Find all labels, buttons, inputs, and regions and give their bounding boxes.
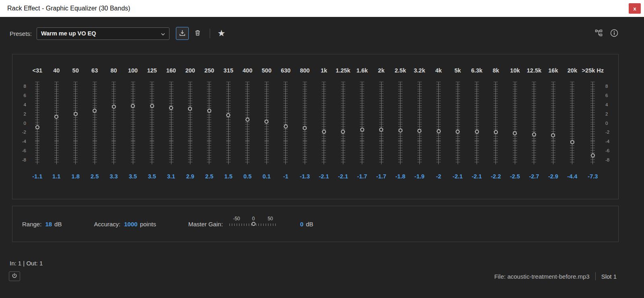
band-gain-value[interactable]: -2.7 [529, 173, 539, 180]
band-gain-value[interactable]: 2.9 [186, 173, 194, 180]
band-slider-track[interactable] [283, 82, 288, 164]
band-gain-value[interactable]: -2.5 [510, 173, 520, 180]
band-slider-track[interactable] [551, 82, 556, 164]
band-gain-value[interactable]: -1.3 [300, 173, 310, 180]
band-slider-track[interactable] [455, 82, 460, 164]
band-gain-value[interactable]: -2 [436, 173, 441, 180]
band-slider-knob[interactable] [398, 128, 402, 132]
band-gain-value[interactable]: -2.1 [472, 173, 482, 180]
info-button[interactable] [608, 27, 621, 40]
band-gain-value[interactable]: 1.5 [224, 173, 232, 180]
band-gain-value[interactable]: -1.9 [415, 173, 425, 180]
band-slider-knob[interactable] [169, 106, 173, 110]
band-gain-value[interactable]: 2.5 [205, 173, 213, 180]
band-slider-knob[interactable] [437, 129, 441, 133]
band-slider-track[interactable] [512, 82, 518, 164]
band-gain-value[interactable]: -1.8 [395, 173, 405, 180]
band-slider-track[interactable] [54, 82, 59, 164]
band-gain-value[interactable]: -1.7 [357, 173, 367, 180]
band-slider-track[interactable] [493, 82, 498, 164]
band-slider-knob[interactable] [341, 130, 345, 134]
band-slider-knob[interactable] [74, 112, 78, 116]
presets-dropdown[interactable]: Warm me up VO EQ [37, 27, 169, 40]
band-slider-knob[interactable] [188, 107, 192, 111]
band-slider-track[interactable] [398, 82, 403, 164]
band-slider-track[interactable] [379, 82, 384, 164]
band-slider-track[interactable] [570, 82, 575, 164]
band-gain-value[interactable]: 3.1 [167, 173, 175, 180]
band-slider-knob[interactable] [456, 130, 460, 134]
band-gain-value[interactable]: -7.3 [588, 173, 598, 180]
band-slider-knob[interactable] [35, 125, 39, 129]
delete-preset-button[interactable] [191, 27, 204, 40]
band-slider-track[interactable] [359, 82, 365, 164]
band-gain-value[interactable]: 1.1 [52, 173, 60, 180]
band-slider-knob[interactable] [417, 129, 421, 133]
band-slider-knob[interactable] [322, 130, 326, 134]
band-gain-value[interactable]: -2.1 [338, 173, 348, 180]
band-gain-value[interactable]: 3.5 [148, 173, 156, 180]
master-gain-knob[interactable] [252, 222, 256, 226]
band-gain-value[interactable]: -2.1 [319, 173, 329, 180]
save-preset-button[interactable] [176, 27, 189, 40]
band-slider-track[interactable] [130, 82, 136, 164]
band-gain-value[interactable]: 0.1 [262, 173, 270, 180]
band-gain-value[interactable]: 2.5 [91, 173, 99, 180]
favorite-button[interactable]: ★ [215, 27, 228, 40]
band-gain-value[interactable]: 3.5 [129, 173, 137, 180]
band-slider-track[interactable] [226, 82, 231, 164]
band-gain-value[interactable]: 0.5 [244, 173, 252, 180]
range-value[interactable]: 18 [45, 221, 52, 228]
band-slider-track[interactable] [169, 82, 174, 164]
band-slider-track[interactable] [264, 82, 269, 164]
band-slider-track[interactable] [531, 82, 537, 164]
band-gain-value[interactable]: -1.7 [376, 173, 386, 180]
band-slider-knob[interactable] [93, 109, 97, 113]
band-slider-knob[interactable] [226, 113, 230, 117]
band-slider-knob[interactable] [494, 130, 498, 134]
band-gain-value[interactable]: -4.4 [567, 173, 577, 180]
band-slider-knob[interactable] [360, 128, 364, 132]
band-slider-knob[interactable] [54, 115, 58, 119]
band-slider-knob[interactable] [475, 130, 479, 134]
band-slider-knob[interactable] [513, 131, 517, 135]
band-slider-track[interactable] [245, 82, 250, 164]
accuracy-value[interactable]: 1000 [124, 221, 137, 228]
band-gain-value[interactable]: -2.9 [548, 173, 558, 180]
band-slider-knob[interactable] [284, 124, 288, 128]
band-slider-knob[interactable] [131, 104, 135, 108]
band-slider-knob[interactable] [570, 140, 574, 144]
band-slider-track[interactable] [92, 82, 97, 164]
band-slider-knob[interactable] [551, 133, 555, 137]
band-slider-track[interactable] [302, 82, 308, 164]
band-slider-track[interactable] [321, 82, 326, 164]
band-slider-knob[interactable] [207, 109, 211, 113]
band-slider-track[interactable] [149, 82, 155, 164]
band-slider-knob[interactable] [112, 105, 116, 109]
band-slider-track[interactable] [474, 82, 479, 164]
band-slider-knob[interactable] [379, 128, 383, 132]
band-slider-track[interactable] [188, 82, 193, 164]
band-slider-track[interactable] [206, 82, 212, 164]
band-slider-knob[interactable] [591, 153, 595, 157]
band-gain-value[interactable]: -1 [283, 173, 288, 180]
band-gain-value[interactable]: -2.2 [491, 173, 501, 180]
band-slider-knob[interactable] [150, 104, 154, 108]
band-gain-value[interactable]: 3.3 [110, 173, 118, 180]
power-button[interactable] [9, 271, 20, 281]
band-slider-knob[interactable] [303, 126, 307, 130]
band-slider-track[interactable] [590, 82, 595, 164]
band-slider-track[interactable] [111, 82, 116, 164]
band-slider-track[interactable] [73, 82, 78, 164]
io-routing-button[interactable] [592, 27, 605, 40]
band-gain-value[interactable]: 1.8 [72, 173, 80, 180]
band-slider-knob[interactable] [264, 120, 268, 124]
band-slider-knob[interactable] [246, 118, 250, 122]
master-gain-value[interactable]: 0 [300, 221, 303, 228]
band-gain-value[interactable]: -1.1 [32, 173, 42, 180]
band-slider-knob[interactable] [532, 132, 536, 137]
band-slider-track[interactable] [436, 82, 441, 164]
master-gain-slider[interactable]: -50050 [229, 216, 278, 232]
band-slider-track[interactable] [417, 82, 422, 164]
band-gain-value[interactable]: -2.1 [453, 173, 463, 180]
